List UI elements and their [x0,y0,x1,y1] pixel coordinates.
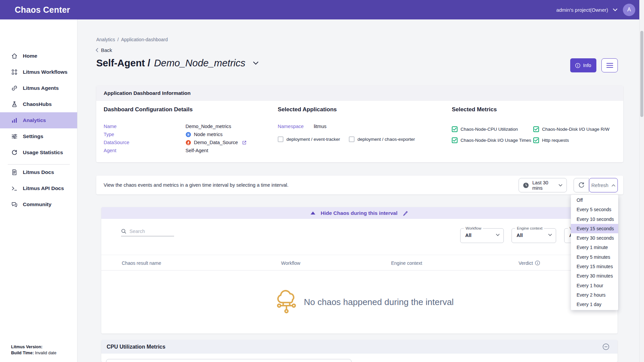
sidebar-item-usage-statistics[interactable]: Usage Statistics [0,144,77,161]
dashboard-info-header: Application Dashboard Information [96,85,623,101]
info-icon [575,63,580,68]
column-verdict: Verdict [519,255,540,271]
menu-item-every-5-minutes[interactable]: Every 5 minutes [571,252,618,262]
title-dashboard-name: Demo_Node_metrics [154,58,245,69]
chevron-down-icon [558,184,562,187]
project-name: admin's project(Owner) [556,7,608,13]
search-input[interactable] [129,229,169,234]
breadcrumb-analytics[interactable]: Analytics [96,37,115,42]
info-button[interactable]: Info [570,58,596,72]
menu-item-every-10-seconds[interactable]: Every 10 seconds [571,215,618,224]
flask-icon [11,101,18,108]
checkbox-unchecked-icon[interactable] [278,136,283,142]
checkbox-disk-io-rw[interactable]: Chaos-Node-Disk I/O Usage R/W [533,126,609,132]
sidebar-item-community[interactable]: Community [0,196,77,213]
chevron-down-icon [613,8,618,11]
chat-icon [11,201,18,208]
checkbox-chaos-exporter[interactable]: deployment / chaos-exporter [349,136,415,142]
checkbox-cpu-utilization[interactable]: Chaos-Node-CPU Utilization [452,126,533,132]
checkbox-checked-icon[interactable] [452,126,458,132]
sidebar-item-litmus-api-docs[interactable]: Litmus API Docs [0,180,77,196]
menu-item-every-5-seconds[interactable]: Every 5 seconds [571,205,618,214]
hamburger-menu-button[interactable] [601,58,618,72]
interval-description: View the chaos events and metrics in a g… [104,182,297,188]
selected-applications-title: Selected Applications [278,106,337,113]
sidebar: Home Litmus Workflows Litmus Agents Chao… [0,19,77,362]
empty-message: No chaos happened during the interval [304,297,454,307]
menu-item-every-1-hour[interactable]: Every 1 hour [571,281,618,290]
breadcrumb-application-dashboard[interactable]: Application-dashboard [121,37,168,42]
checkbox-checked-icon[interactable] [533,137,539,143]
interval-bar-card: View the chaos events and metrics in a g… [96,176,623,194]
checkbox-event-tracker[interactable]: deployment / event-tracker [278,136,340,142]
time-range-value: Last 30 mins [532,180,555,191]
column-engine-context: Engine context [391,255,422,271]
sidebar-item-label: Usage Statistics [23,149,63,156]
search-icon [121,229,126,234]
prometheus-icon [185,140,191,145]
column-workflow: Workflow [281,255,300,271]
sidebar-item-label: Litmus Docs [23,169,54,175]
dashboard-info-card: Application Dashboard Information Dashbo… [96,85,623,162]
workflows-icon [11,69,18,75]
sidebar-item-label: Litmus API Docs [23,185,64,191]
collapse-minus-icon[interactable] [602,343,609,350]
edit-pencil-icon[interactable] [403,210,408,216]
application-checkboxes: deployment / event-tracker deployment / … [278,136,415,142]
hide-chaos-toggle[interactable]: Hide Chaos during this interval [101,207,618,219]
checkbox-disk-io-times[interactable]: Chaos-Node-Disk I/O Usage Times [452,137,533,143]
engine-context-filter[interactable]: Engine context All [512,228,556,243]
info-circle-icon[interactable] [535,260,540,265]
chevron-down-icon [548,234,552,236]
sidebar-item-analytics[interactable]: Analytics [0,112,77,128]
cpu-metrics-header: CPU Utilization Metrics [101,340,618,354]
build-time-label: Build Time: [11,351,34,355]
avatar[interactable]: A [623,4,635,16]
sidebar-item-litmus-docs[interactable]: Litmus Docs [0,164,77,180]
menu-item-every-30-seconds[interactable]: Every 30 seconds [571,233,618,243]
page-title: Self-Agent / Demo_Node_metrics [96,58,259,69]
column-chaos-result-name: Chaos result name [122,255,161,271]
external-link-icon[interactable] [242,140,247,145]
menu-item-every-1-minute[interactable]: Every 1 minute [571,243,618,252]
menu-item-every-1-day[interactable]: Every 1 day [571,300,618,309]
sidebar-item-litmus-workflows[interactable]: Litmus Workflows [0,64,77,80]
refresh-now-button[interactable] [574,178,589,192]
breadcrumb: Analytics/Application-dashboard [96,37,168,42]
project-selector[interactable]: admin's project(Owner) [556,7,618,13]
sidebar-item-settings[interactable]: Settings [0,128,77,144]
checkbox-checked-icon[interactable] [452,137,458,143]
checkbox-http-requests[interactable]: Http requests [533,137,569,143]
sidebar-nav: Home Litmus Workflows Litmus Agents Chao… [0,48,77,161]
sidebar-item-litmus-agents[interactable]: Litmus Agents [0,80,77,96]
sidebar-item-chaoshubs[interactable]: ChaosHubs [0,96,77,112]
back-link[interactable]: Back [96,47,112,53]
menu-item-off[interactable]: Off [571,195,618,205]
config-row-agent: Agent Self-Agent [104,146,247,155]
checkbox-checked-icon[interactable] [533,126,539,132]
namespace-label[interactable]: Namespace [278,124,304,129]
sidebar-secondary-nav: Litmus Docs Litmus API Docs Community [0,164,77,213]
clock-icon [523,182,529,188]
version-label: Litmus Version: [11,345,43,349]
menu-item-every-15-seconds[interactable]: Every 15 seconds [571,224,618,233]
chaos-table-card: Hide Chaos during this interval Workflow… [101,207,618,334]
menu-item-every-30-minutes[interactable]: Every 30 minutes [571,271,618,281]
menu-item-every-2-hours[interactable]: Every 2 hours [571,290,618,300]
header-right: admin's project(Owner) A [556,0,635,19]
menu-item-every-15-minutes[interactable]: Every 15 minutes [571,262,618,271]
chevron-up-icon [611,184,615,187]
workflow-filter[interactable]: Workflow All [460,228,504,243]
time-range-select[interactable]: Last 30 mins [519,178,567,192]
scrollbar-thumb[interactable] [640,31,643,117]
sidebar-item-label: Settings [23,133,43,139]
sidebar-item-home[interactable]: Home [0,48,77,64]
sliders-icon [11,133,18,140]
title-chevron-down-icon[interactable] [253,61,259,65]
checkbox-unchecked-icon[interactable] [349,136,355,142]
chevron-left-icon [96,48,98,52]
hamburger-icon [606,63,613,64]
chevron-down-icon [496,234,500,236]
refresh-dropdown-button[interactable]: Refresh [589,178,618,192]
cpu-metrics-card: CPU Utilization Metrics [101,340,618,362]
